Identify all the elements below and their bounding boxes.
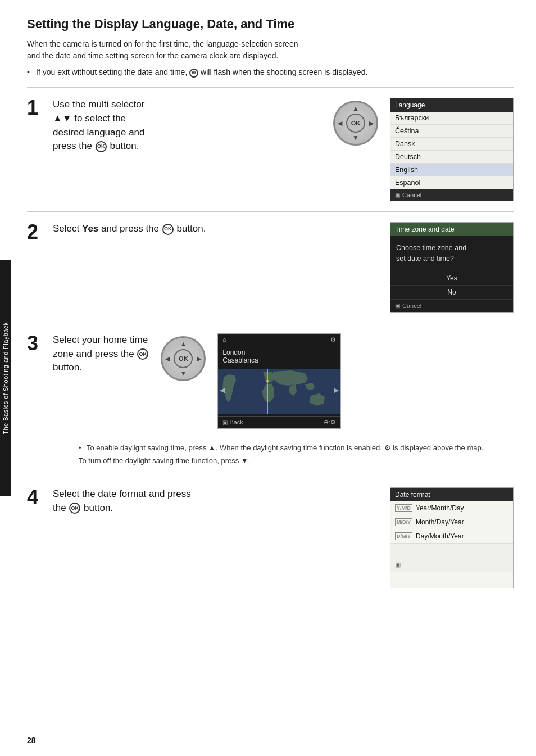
step-1-instruction: Use the multi selector ▲▼ to select the …	[53, 98, 321, 153]
language-row-cestina: Čeština	[390, 125, 513, 138]
step-4-number: 4	[27, 487, 44, 508]
svg-text:▶: ▶	[334, 386, 339, 394]
nav-center-btn: OK	[346, 114, 365, 133]
step-4-section: 4 Select the date format and pressthe OK…	[27, 477, 514, 599]
ok-button-step3: ◀ OK ▶	[158, 333, 208, 384]
step-3-section: 3 Select your home timezone and press th…	[27, 323, 514, 477]
step-3-content: Select your home timezone and press the …	[53, 333, 514, 467]
nav-center-btn-step3: OK	[174, 349, 193, 368]
date-format-row-mdy: M/D/Y Month/Day/Year	[390, 515, 513, 529]
language-row-dansk: Dansk	[390, 138, 513, 151]
ok-icon-step4: OK	[69, 503, 80, 514]
confirm-cancel-label: Cancel	[402, 302, 421, 309]
date-format-footer: ▣	[390, 544, 513, 572]
back-label: ▣ Back	[222, 419, 243, 426]
step-1-section: 1 Use the multi selector ▲▼ to select th…	[27, 87, 514, 211]
step-2-section: 2 Select Yes and press the OK button. Ti…	[27, 211, 514, 323]
date-format-row-ymd: Y/M/D Year/Month/Day	[390, 501, 513, 515]
step-4-text: Select the date format and pressthe OK b…	[53, 487, 381, 515]
nav-right-arrow-step3: ▶	[197, 355, 201, 362]
ok-icon-step3: OK	[137, 348, 148, 360]
step-4-instruction: Select the date format and pressthe OK b…	[53, 487, 381, 515]
date-code-mdy: M/D/Y	[395, 518, 412, 526]
confirm-header: Time zone and date	[390, 223, 513, 236]
nav-hint: ⊕:⚙	[324, 419, 336, 426]
date-format-footer-icon: ▣	[395, 561, 401, 568]
language-row-deutsch: Deutsch	[390, 151, 513, 164]
city-casablanca: Casablanca	[222, 356, 336, 364]
ok-button-step1: ◀ OK ▶	[330, 98, 381, 148]
step-1-number: 1	[27, 98, 44, 118]
sidebar: The Basics of Shooting and Playback	[0, 0, 16, 756]
date-format-header: Date format	[390, 488, 513, 501]
ok-icon-step2: OK	[162, 224, 174, 235]
timezone-map-footer: ▣ Back ⊕:⚙	[218, 416, 340, 428]
nav-circle-step3: ◀ OK ▶	[161, 336, 206, 381]
language-row-english: English	[390, 164, 513, 176]
world-map-svg: ◀ ▶	[218, 369, 340, 414]
language-row-bulgarian: Български	[390, 112, 513, 125]
svg-point-4	[266, 380, 269, 382]
sidebar-black-bar: The Basics of Shooting and Playback	[0, 260, 11, 496]
confirm-footer: ▣ Cancel	[390, 300, 513, 312]
step-3-bullet: To enable daylight saving time, press ▲.…	[79, 442, 483, 454]
language-screen-header: Language	[390, 98, 513, 112]
nav-left-arrow-step3: ◀	[165, 355, 170, 362]
step-3-number: 3	[27, 333, 44, 354]
dst-icon: ⚙	[330, 336, 336, 343]
nav-right-arrow: ▶	[369, 120, 374, 127]
timezone-map-screen: ⌂ ⚙ London Casablanca	[217, 333, 341, 429]
date-format-screen: Date format Y/M/D Year/Month/Day M/D/Y M…	[390, 487, 514, 588]
step-2-content: Select Yes and press the OK button. Time…	[53, 222, 514, 313]
main-content: Setting the Display Language, Date, and …	[16, 0, 536, 756]
page-container: The Basics of Shooting and Playback Sett…	[0, 0, 536, 756]
svg-text:◀: ◀	[220, 386, 225, 394]
timezone-confirm-screen: Time zone and date Choose time zone and …	[390, 222, 514, 313]
step-1-text: Use the multi selector ▲▼ to select the …	[53, 98, 321, 153]
date-code-ymd: Y/M/D	[395, 504, 412, 512]
date-code-dmy: D/M/Y	[395, 532, 412, 540]
confirm-no-row: No	[390, 286, 513, 300]
step-3-text: Select your home timezone and press the …	[53, 333, 149, 375]
date-label-dmy: Day/Month/Year	[416, 532, 464, 540]
page-title: Setting the Display Language, Date, and …	[27, 17, 514, 31]
step-2-text: Select Yes and press the OK button.	[53, 222, 381, 236]
confirm-body: Choose time zone and set date and time?	[390, 236, 513, 271]
timezone-map-header: ⌂ ⚙	[218, 334, 340, 346]
nav-circle-step1: ◀ OK ▶	[333, 101, 378, 146]
step-3-instruction: Select your home timezone and press the …	[53, 333, 149, 375]
step-2-number: 2	[27, 222, 44, 242]
language-screen: Language Български Čeština Dansk Deutsch…	[390, 98, 514, 201]
intro-text: When the camera is turned on for the fir…	[27, 38, 514, 62]
world-map: ◀ ▶	[218, 369, 340, 414]
confirm-yes-row: Yes	[390, 271, 513, 286]
sidebar-label: The Basics of Shooting and Playback	[2, 322, 9, 434]
city-london: London	[222, 348, 336, 356]
cancel-label: Cancel	[402, 192, 421, 198]
language-row-espanol: Español	[390, 176, 513, 189]
language-screen-footer: ▣ Cancel	[390, 189, 513, 201]
timezone-map-body: London Casablanca	[218, 346, 340, 366]
date-label-mdy: Month/Day/Year	[416, 518, 464, 526]
ok-icon-step1: OK	[96, 141, 107, 152]
menu-icon: ▣	[395, 192, 400, 198]
nav-left-arrow: ◀	[338, 120, 342, 127]
step-2-instruction: Select Yes and press the OK button.	[53, 222, 381, 236]
intro-bullet: If you exit without setting the date and…	[27, 66, 514, 78]
home-icon: ⌂	[222, 336, 226, 343]
step-1-content: Use the multi selector ▲▼ to select the …	[53, 98, 514, 201]
step-4-content: Select the date format and pressthe OK b…	[53, 487, 514, 588]
page-number: 28	[27, 736, 36, 745]
step-3-subtext: To turn off the daylight saving time fun…	[79, 455, 483, 467]
date-format-row-dmy: D/M/Y Day/Month/Year	[390, 529, 513, 544]
date-label-ymd: Year/Month/Day	[416, 504, 464, 512]
menu-icon-step2: ▣	[395, 302, 400, 309]
